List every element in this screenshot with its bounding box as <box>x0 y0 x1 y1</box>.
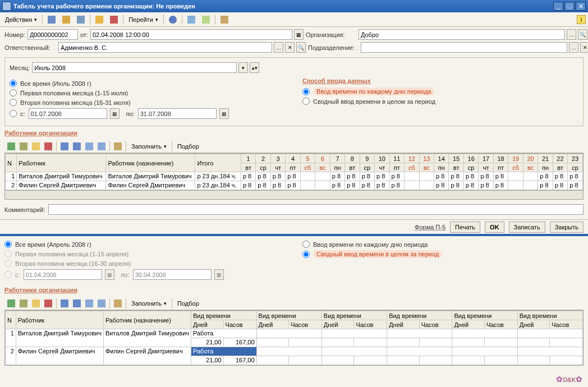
save-button[interactable] <box>74 14 88 25</box>
close-button[interactable]: ✕ <box>576 2 586 11</box>
reset-button[interactable] <box>107 14 121 25</box>
month-dropdown-icon[interactable]: ▾ <box>238 62 248 73</box>
move-down-button[interactable] <box>71 141 82 152</box>
resp-field[interactable]: Админенко В. С. <box>58 42 272 53</box>
radio-summary-2[interactable]: Сводный ввод времени в целом за период <box>302 250 584 258</box>
grid-toolbar-2: Заполнить▾ Подбор <box>4 297 584 310</box>
month-field[interactable]: Июль 2008 <box>32 62 237 73</box>
refresh-button-2[interactable] <box>112 298 123 309</box>
radio-all-time[interactable]: Все время (Июль 2008 г) <box>10 80 286 87</box>
goto-menu[interactable]: Перейти▾ <box>126 14 161 25</box>
table-row[interactable]: 1Виталов Дмитрий ТимуровичВиталов Дмитри… <box>6 329 583 338</box>
radio-by-day[interactable]: Ввод времени по каждому дню периода <box>302 87 578 95</box>
number-field[interactable]: Д0000000002 <box>27 29 78 40</box>
window-title: Табель учета рабочего времени организаци… <box>13 3 552 10</box>
record-button[interactable]: Записать <box>509 222 545 233</box>
number-label: Номер: <box>4 31 25 38</box>
main-toolbar: Действия▾ Перейти▾ i <box>0 12 588 27</box>
move-up-button[interactable] <box>59 141 70 152</box>
table-row[interactable]: 2Филин Сергей ДмитриевичФилин Сергей Дми… <box>6 347 583 356</box>
add-row-button-2[interactable] <box>6 298 17 309</box>
date-from-field[interactable]: 01.07.2008 <box>29 108 107 119</box>
date-from-field-2[interactable]: 01.04.2008 <box>24 269 102 280</box>
register-button[interactable] <box>59 14 73 25</box>
radio-all-time-2[interactable]: Все время (Апрель 2008 г) <box>4 241 286 248</box>
ot-label: от: <box>80 31 88 38</box>
org-label: Организация: <box>306 31 356 38</box>
input-mode-title: Способ ввода данных <box>302 77 578 84</box>
sort-desc-button-2[interactable] <box>96 298 107 309</box>
radio-first-half[interactable]: Первая половина месяца (1-15 июля) <box>10 89 286 96</box>
clone-row-button[interactable] <box>18 141 29 152</box>
back-button[interactable] <box>45 14 58 25</box>
subdiv-pick-button[interactable]: … <box>569 42 578 53</box>
radio-second-half-2: Вторая половина месяца (16-30 апреля) <box>4 260 286 267</box>
radio-second-half[interactable]: Вторая половина месяца (16-31 июля) <box>10 99 286 106</box>
table-row[interactable]: 2Филин Сергей ДмитриевичФилин Сергей Дми… <box>6 181 583 190</box>
grid-toolbar: Заполнить▾ Подбор <box>4 140 584 153</box>
org-pick-button[interactable]: … <box>567 29 576 40</box>
clone-row-button-2[interactable] <box>18 298 29 309</box>
close-form-button[interactable]: Закрыть <box>550 222 584 233</box>
fill-menu-2[interactable]: Заполнить▾ <box>128 298 169 309</box>
workers-grid[interactable]: NРаботникРаботник (назначение)Итого12345… <box>4 153 584 191</box>
sort-asc-button-2[interactable] <box>84 298 95 309</box>
sort-asc-button[interactable] <box>84 141 95 152</box>
help-button[interactable] <box>166 14 180 25</box>
copy-button[interactable] <box>93 14 106 25</box>
month-label: Месяц: <box>10 64 30 71</box>
minimize-button[interactable]: _ <box>553 2 563 11</box>
info-icon[interactable]: i <box>577 15 586 24</box>
radio-custom-2: с: 01.04.2008 ▦ по: 30.04.2008 ▦ <box>4 269 286 280</box>
month-spinner-icon[interactable]: ▴▾ <box>250 62 259 73</box>
org-search-button[interactable]: 🔍 <box>578 29 587 40</box>
edit-row-button-2[interactable] <box>30 298 42 309</box>
date-to-picker-icon-2[interactable]: ▦ <box>214 269 224 280</box>
list-button[interactable] <box>185 14 198 25</box>
subdiv-field[interactable] <box>361 42 567 53</box>
date-to-field-2[interactable]: 30.04.2008 <box>133 269 212 280</box>
delete-row-button-2[interactable] <box>43 298 54 309</box>
restore-button[interactable]: □ <box>564 2 575 11</box>
subdiv-clear-button[interactable]: ✕ <box>580 42 588 53</box>
actions-menu[interactable]: Действия▾ <box>2 14 40 25</box>
print-button[interactable]: Печать <box>450 222 480 233</box>
table-row[interactable]: 1Виталов Дмитрий ТимуровичВиталов Дмитри… <box>6 172 583 181</box>
add-row-button[interactable] <box>6 141 17 152</box>
radio-summary[interactable]: Сводный ввод времени в целом за период <box>302 98 578 105</box>
workers-title: Работники организации <box>4 130 584 136</box>
delete-row-button[interactable] <box>43 141 54 152</box>
radio-custom[interactable]: с: 01.07.2008 ▦ по: 31.07.2008 ▦ <box>10 108 286 119</box>
titlebar: Табель учета рабочего времени организаци… <box>0 0 588 12</box>
comment-field[interactable] <box>48 204 584 215</box>
edit-row-button[interactable] <box>30 141 42 152</box>
resp-pick-button[interactable]: … <box>274 42 283 53</box>
filter-button[interactable] <box>199 14 213 25</box>
workers-grid-2[interactable]: NРаботникРаботник (назначение)Вид времен… <box>4 310 584 366</box>
select-button[interactable]: Подбор <box>174 141 202 152</box>
ok-button[interactable]: OK <box>485 222 504 233</box>
date-to-picker-icon[interactable]: ▦ <box>219 108 229 119</box>
resp-clear-button[interactable]: ✕ <box>285 42 295 53</box>
app-icon <box>2 2 11 11</box>
form-link[interactable]: Форма П-5 <box>415 224 445 231</box>
tree-button[interactable] <box>218 14 231 25</box>
subdiv-label: Подразделение: <box>308 44 359 51</box>
period-panel: Месяц: Июль 2008 ▾ ▴▾ Все время (Июль 20… <box>4 57 584 126</box>
date-field[interactable]: 02.04.2008 12:00:00 <box>90 29 292 40</box>
radio-by-day-2[interactable]: Ввод времени по каждому дню периода <box>302 241 584 248</box>
radio-first-half-2: Первая половина месяца (1-15 апреля) <box>4 250 286 257</box>
resp-search-button[interactable]: 🔍 <box>296 42 306 53</box>
date-to-field[interactable]: 31.07.2008 <box>138 108 217 119</box>
date-from-picker-icon-2[interactable]: ▦ <box>105 269 114 280</box>
select-button-2[interactable]: Подбор <box>174 298 202 309</box>
move-up-button-2[interactable] <box>59 298 70 309</box>
date-from-picker-icon[interactable]: ▦ <box>110 108 120 119</box>
fill-menu[interactable]: Заполнить▾ <box>128 141 169 152</box>
sort-desc-button[interactable] <box>96 141 107 152</box>
footer-bar: Форма П-5 Печать OK Записать Закрыть <box>0 219 588 234</box>
date-picker-icon[interactable]: ▦ <box>294 29 304 40</box>
refresh-button[interactable] <box>112 141 123 152</box>
move-down-button-2[interactable] <box>71 298 82 309</box>
org-field[interactable]: Добро <box>359 29 565 40</box>
